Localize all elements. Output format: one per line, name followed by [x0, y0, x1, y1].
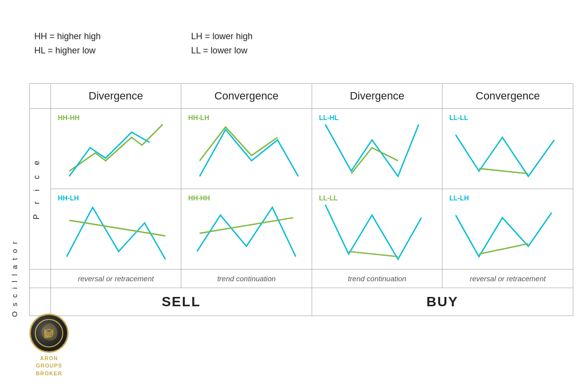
chart-price-div-1: HH-HH — [51, 109, 181, 187]
buy-label: BUY — [312, 288, 573, 316]
sell-buy-corner — [30, 288, 51, 316]
chart-price-conv-2: LL-LL — [442, 109, 573, 187]
bottom-label-3: trend continuation — [312, 270, 442, 288]
svg-text:HH-HH: HH-HH — [58, 114, 79, 122]
price-conv-cell-2: LL-LL — [442, 109, 573, 189]
price-div-cell-2: LL-HL — [312, 109, 442, 189]
logo-circle — [29, 314, 69, 353]
svg-text:LL-LH: LL-LH — [449, 195, 469, 202]
svg-text:LL-LL: LL-LL — [449, 114, 468, 122]
legend-left: HH = higher high HL = higher low — [34, 29, 101, 58]
logo-svg — [34, 318, 64, 348]
chart-price-div-2: LL-HL — [312, 109, 442, 187]
bottom-label-4: reversal or retracement — [442, 270, 573, 288]
price-row-label: P r i c e — [30, 109, 51, 270]
svg-text:HH-LH: HH-LH — [58, 195, 79, 202]
header-divergence-2: Divergence — [312, 84, 442, 109]
main-table: Divergence Convergence Divergence Conver… — [29, 83, 573, 316]
bottom-label-corner — [30, 270, 51, 288]
svg-text:HH-HH: HH-HH — [188, 195, 210, 202]
osc-div-cell-2: LL-LL — [312, 189, 442, 270]
price-div-cell-1: HH-HH — [50, 109, 181, 189]
price-conv-cell-1: HH-LH — [181, 109, 312, 189]
osc-conv-cell-2: LL-LH — [442, 189, 573, 270]
bottom-label-2: trend continuation — [181, 270, 312, 288]
legend-lh: LH = lower high — [191, 29, 253, 44]
osc-div-cell-1: HH-LH — [50, 189, 181, 270]
sell-label: SELL — [50, 288, 312, 316]
chart-osc-conv-2: LL-LH — [442, 189, 573, 267]
header-convergence-2: Convergence — [442, 84, 573, 109]
logo-area: ARONGROUPSBROKER — [29, 314, 69, 377]
osc-conv-cell-1: HH-HH — [181, 189, 312, 270]
price-label-text: P r i c e — [30, 154, 44, 224]
corner-cell — [30, 84, 51, 109]
legend-right: LH = lower high LL = lower low — [191, 29, 253, 58]
chart-price-conv-1: HH-LH — [181, 109, 312, 187]
svg-text:LL-LL: LL-LL — [319, 195, 338, 202]
logo-text: ARONGROUPSBROKER — [36, 355, 62, 377]
chart-osc-div-2: LL-LL — [312, 189, 442, 267]
svg-text:LL-HL: LL-HL — [319, 114, 339, 122]
header-divergence-1: Divergence — [50, 84, 181, 109]
oscillator-label: O s c i l l a t o r — [11, 240, 18, 317]
legend-hh: HH = higher high — [34, 29, 101, 44]
header-convergence-1: Convergence — [181, 84, 312, 109]
legend-hl: HL = higher low — [34, 44, 101, 58]
chart-osc-conv-1: HH-HH — [181, 189, 312, 267]
chart-osc-div-1: HH-LH — [51, 189, 181, 267]
svg-text:HH-LH: HH-LH — [188, 114, 209, 122]
bottom-label-1: reversal or retracement — [50, 270, 181, 288]
legend-ll: LL = lower low — [191, 44, 253, 58]
